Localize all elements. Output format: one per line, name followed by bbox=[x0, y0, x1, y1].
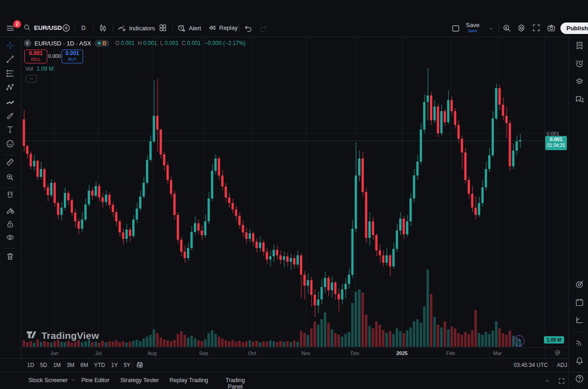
sidebar-help-button[interactable] bbox=[573, 373, 585, 385]
replay-trading-tab[interactable]: Replay Trading bbox=[170, 372, 208, 388]
publish-button[interactable]: Publish bbox=[560, 23, 588, 34]
sidebar-scorecard-button[interactable] bbox=[573, 315, 585, 327]
tradingview-watermark: TradingView bbox=[26, 329, 99, 343]
compare-add-button[interactable] bbox=[62, 23, 71, 33]
technicals-lightning-button[interactable] bbox=[514, 335, 525, 346]
sidebar-layers-button[interactable] bbox=[573, 76, 585, 88]
alert-button[interactable]: Alert bbox=[177, 23, 201, 33]
tool-emoji-button[interactable] bbox=[3, 138, 17, 152]
toolbar-divider bbox=[4, 187, 17, 188]
market-open-dot-icon bbox=[98, 42, 101, 45]
tool-brush-button[interactable] bbox=[3, 110, 17, 124]
fullscreen-icon bbox=[532, 23, 541, 32]
footer-collapse-button[interactable] bbox=[544, 378, 551, 384]
notification-count-badge: 2 bbox=[13, 20, 21, 28]
adjusted-data-toggle[interactable]: ADJ bbox=[557, 359, 567, 371]
save-menu-chevron[interactable] bbox=[488, 25, 494, 32]
redo-button[interactable] bbox=[259, 24, 267, 33]
time-axis-label: Oct bbox=[239, 348, 265, 358]
sidebar-calendar-button[interactable] bbox=[573, 297, 585, 309]
interval-button[interactable]: D bbox=[81, 24, 85, 31]
tool-hide-button[interactable] bbox=[3, 231, 17, 245]
tool-fib-retracement-button[interactable] bbox=[3, 68, 17, 81]
trash-icon bbox=[6, 252, 15, 263]
range-1m-button[interactable]: 1M bbox=[51, 361, 63, 370]
tool-lock-button[interactable] bbox=[3, 218, 17, 232]
sidebar-divider bbox=[573, 332, 585, 332]
pine-editor-label: Pine Editor bbox=[81, 377, 109, 383]
tool-drawing-lock-button[interactable] bbox=[3, 204, 17, 218]
price-chart[interactable] bbox=[21, 38, 545, 347]
tool-crosshair-button[interactable] bbox=[3, 39, 17, 53]
symbol-logo: E bbox=[24, 39, 31, 47]
toolbar-divider bbox=[498, 23, 499, 33]
price-scale-divider bbox=[545, 37, 545, 358]
layout-button[interactable] bbox=[451, 24, 460, 33]
watermark-label: TradingView bbox=[41, 330, 99, 341]
fullscreen-button[interactable] bbox=[532, 23, 541, 32]
range-5d-button[interactable]: 5D bbox=[38, 361, 49, 370]
sidebar-watchlist-button[interactable] bbox=[573, 40, 585, 52]
sell-button[interactable]: 0.001 SELL bbox=[24, 50, 47, 63]
quick-search-button[interactable] bbox=[502, 23, 511, 33]
close-value: 0.001 bbox=[187, 40, 201, 46]
spread-value: 0.000 bbox=[48, 53, 61, 59]
sidebar-ideas-button[interactable] bbox=[573, 279, 585, 291]
go-to-date-button[interactable] bbox=[136, 361, 144, 369]
chart-legend[interactable]: E EUR/USD · 1D · ASX D O 0.001 H 0.001 L… bbox=[24, 39, 246, 47]
tool-forecast-button[interactable] bbox=[3, 96, 17, 109]
collapse-panel-button[interactable] bbox=[26, 75, 37, 83]
streams-icon bbox=[575, 338, 584, 349]
clock-display[interactable]: 03:45:34 UTC bbox=[514, 359, 548, 371]
calendar-icon bbox=[575, 298, 584, 309]
indicators-label: Indicators bbox=[129, 25, 155, 32]
undo-button[interactable] bbox=[244, 24, 253, 33]
buy-label: BUY bbox=[62, 57, 83, 62]
low-label: L bbox=[160, 40, 164, 46]
time-axis[interactable]: JunJulAugSepOctNovDec2025FebMar bbox=[0, 348, 568, 358]
time-axis-label: Dec bbox=[342, 348, 368, 358]
fib-retracement-icon bbox=[6, 69, 15, 80]
footer-maximize-button[interactable] bbox=[558, 377, 565, 385]
sidebar-notifications-button[interactable] bbox=[573, 355, 585, 367]
topbar-bottom-divider bbox=[0, 37, 588, 37]
axis-settings-button[interactable] bbox=[554, 349, 561, 358]
market-status-pill[interactable]: D bbox=[95, 40, 109, 47]
indicator-templates-button[interactable] bbox=[158, 23, 167, 32]
ohlc-values: O 0.001 H 0.001 L 0.001 C 0.001 −0.000 (… bbox=[115, 40, 246, 46]
symbol-search-button[interactable]: EUR/USD bbox=[23, 23, 62, 32]
sidebar-alarm-button[interactable] bbox=[573, 58, 585, 70]
range-1d-button[interactable]: 1D bbox=[25, 361, 36, 370]
replay-button[interactable]: Replay bbox=[208, 23, 237, 32]
range-3m-button[interactable]: 3M bbox=[64, 361, 77, 370]
chart-style-button[interactable] bbox=[98, 23, 107, 33]
chart-settings-button[interactable] bbox=[517, 23, 526, 33]
sidebar-chat-button[interactable] bbox=[573, 94, 585, 106]
tool-text-button[interactable] bbox=[3, 124, 17, 137]
range-1y-button[interactable]: 1Y bbox=[109, 361, 120, 370]
snapshot-button[interactable] bbox=[547, 23, 556, 33]
symbol-name: EUR/USD bbox=[34, 24, 62, 31]
sidebar-streams-button[interactable] bbox=[573, 337, 585, 349]
pine-editor-tab[interactable]: Pine Editor bbox=[81, 372, 109, 388]
strategy-tester-tab[interactable]: Strategy Tester bbox=[120, 372, 159, 388]
range-ytd-button[interactable]: YTD bbox=[92, 361, 107, 370]
range-6m-button[interactable]: 6M bbox=[78, 361, 90, 370]
save-layout-button[interactable]: Save Save bbox=[466, 22, 480, 33]
tool-ruler-button[interactable] bbox=[3, 156, 17, 170]
trading-panel-tab[interactable]: Trading Panel bbox=[222, 377, 248, 389]
tool-trend-line-button[interactable] bbox=[3, 53, 17, 67]
buy-button[interactable]: 0.001 BUY bbox=[62, 50, 83, 63]
indicators-icon bbox=[117, 23, 126, 33]
tool-magnet-button[interactable] bbox=[3, 189, 17, 203]
tool-trash-button[interactable] bbox=[3, 250, 17, 264]
indicators-button[interactable]: Indicators bbox=[117, 23, 155, 33]
tool-zoom-in-button[interactable] bbox=[3, 171, 17, 185]
range-5y-button[interactable]: 5Y bbox=[121, 361, 133, 370]
stock-screener-tab[interactable]: Stock Screener bbox=[28, 372, 76, 388]
bar-countdown: 01:34:25 bbox=[545, 143, 567, 148]
volume-legend[interactable]: Vol 1.09 M bbox=[25, 66, 53, 72]
chevron-down-icon bbox=[488, 25, 494, 32]
clock-value: 03:45:34 UTC bbox=[514, 362, 548, 368]
tool-xabcd-pattern-button[interactable] bbox=[3, 81, 17, 95]
